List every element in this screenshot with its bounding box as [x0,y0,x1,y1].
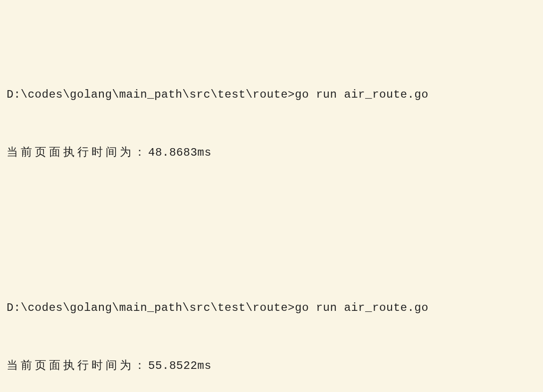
output-prefix: 当前页面执行时间为： [7,359,148,372]
prompt-path: D:\codes\golang\main_path\src\test\route… [7,88,295,101]
command-text: go run air_route.go [295,301,428,314]
run-block: D:\codes\golang\main_path\src\test\route… [7,260,536,392]
prompt-line: D:\codes\golang\main_path\src\test\route… [7,299,536,318]
terminal-output[interactable]: D:\codes\golang\main_path\src\test\route… [0,0,543,392]
output-line: 当前页面执行时间为：48.8683ms [7,143,536,163]
output-duration: 55.8522ms [148,359,211,372]
output-line: 当前页面执行时间为：55.8522ms [7,357,536,376]
run-block: D:\codes\golang\main_path\src\test\route… [7,47,536,201]
prompt-line: D:\codes\golang\main_path\src\test\route… [7,85,536,105]
command-text: go run air_route.go [295,88,428,101]
output-duration: 48.8683ms [148,146,211,159]
output-prefix: 当前页面执行时间为： [7,146,148,159]
prompt-path: D:\codes\golang\main_path\src\test\route… [7,301,295,314]
